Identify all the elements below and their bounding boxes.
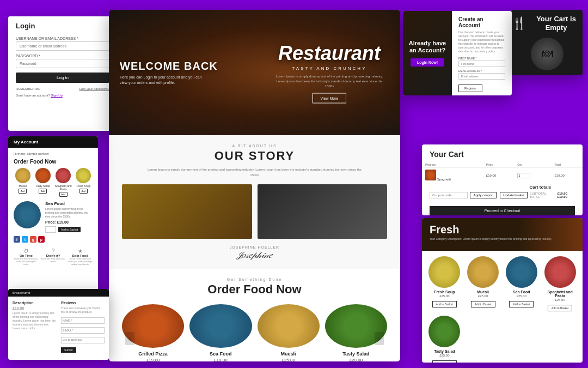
fresh-item-name: Sea Food — [505, 290, 539, 294]
first-name-label: FIRST NAME * — [458, 57, 505, 60]
product-desc: Lorem ipsum is simply dummy text of the … — [13, 311, 57, 330]
fresh-item-img — [428, 256, 460, 288]
fresh-add-basket-button[interactable]: Add to Basket — [432, 301, 457, 307]
checkout-button[interactable]: Proceed to Checkout — [430, 206, 575, 215]
cart-item-img — [425, 170, 436, 180]
review-text: There are no reviews yet. Be the first t… — [61, 306, 105, 314]
feature-icon: ⏱ — [14, 248, 39, 254]
coupon-input[interactable] — [430, 192, 468, 198]
food-img — [258, 304, 320, 348]
fork-knife-icon: 🍴 — [512, 16, 526, 31]
googleplus-icon[interactable]: g — [30, 236, 36, 243]
welcome-title: WELCOME BACK — [120, 60, 218, 73]
story-section: A BIT ABOUT US OUR STORY Lorem Ipsum is … — [109, 135, 400, 269]
facebook-icon[interactable]: f — [14, 236, 20, 243]
seafood-qty-input[interactable] — [45, 226, 56, 233]
fresh-item-price: £25.00 — [427, 294, 462, 298]
view-more-button[interactable]: View More — [313, 93, 347, 104]
seafood-add-row: Add to Basket — [45, 226, 93, 233]
hero-card: WELCOME BACK Here you can Login to your … — [109, 10, 400, 361]
fresh-item-name: Muesli — [466, 290, 500, 294]
cart-qty-input[interactable] — [517, 173, 530, 178]
mini-food-item: Spaghetti and Pasta Add — [54, 168, 72, 197]
cart-col-header: Total — [551, 162, 583, 168]
mini-food-item: Muesli Add — [14, 168, 32, 197]
signup-link[interactable]: Sign Up — [51, 94, 63, 97]
create-account-section: Create an Account Use the form below to … — [452, 11, 512, 95]
mini-food-name: Muesli — [14, 184, 32, 188]
carousel-next-button[interactable]: › — [375, 332, 384, 345]
food-card-muesli: Muesli £25.00 Add to Basket — [258, 304, 320, 361]
update-basket-button[interactable]: Update basket — [500, 192, 528, 198]
mini-add-button[interactable]: Add — [59, 192, 68, 197]
fresh-item: Tasty Salad £25.00 Add to Basket — [427, 316, 462, 363]
fresh-add-basket-button[interactable]: Add to Basket — [471, 301, 495, 307]
password-input[interactable] — [16, 59, 109, 68]
carousel-prev-button[interactable]: ‹ — [125, 332, 134, 345]
mini-add-button[interactable]: Add — [79, 189, 88, 194]
cart-white-card: Your Cart ProductPriceQtyTotal Spaghetti… — [422, 144, 583, 215]
chef-name: JOSEPHINE HOELLER — [122, 245, 387, 249]
review-name-input[interactable] — [61, 317, 105, 324]
total-label: TOTAL — [530, 195, 540, 198]
fresh-grid: Fresh Soup £25.00 Add to Basket Muesli £… — [422, 251, 583, 363]
seafood-add-basket-button[interactable]: Add to Basket — [58, 227, 81, 232]
review-text-input[interactable] — [61, 337, 105, 343]
apply-coupon-button[interactable]: Apply coupon — [470, 192, 496, 198]
story-image-1 — [122, 184, 252, 239]
mini-food-item: Fresh Soup Add — [75, 168, 93, 197]
order-label: Get Something Done — [122, 277, 387, 281]
fresh-add-basket-button[interactable]: Add to Basket — [548, 305, 572, 311]
feature-item: ★ Best Food Some of the best food when y… — [68, 248, 93, 266]
fresh-add-basket-button[interactable]: Add to Basket — [432, 360, 457, 363]
hero-section: WELCOME BACK Here you can Login to your … — [109, 10, 400, 135]
lost-password-link[interactable]: Lost your password? — [79, 87, 109, 91]
fresh-item-img — [544, 256, 576, 288]
submit-review-button[interactable]: Submit — [61, 347, 76, 353]
twitter-icon[interactable]: t — [22, 236, 28, 243]
password-label: PASSWORD * — [16, 54, 109, 58]
login-now-button[interactable]: Login Now! — [411, 58, 444, 67]
social-icons: f t g p — [14, 236, 93, 243]
review-email-input[interactable] — [61, 327, 105, 334]
cart-empty-title: Your Cart is Empty — [530, 15, 583, 32]
product-price: £19.00 — [13, 306, 57, 310]
fresh-item-name: Tasty Salad — [427, 349, 462, 353]
fresh-item: Spaghetti and Pasta £25.00 Add to Basket — [543, 256, 577, 311]
mini-food-img — [15, 168, 30, 183]
reviews-title: Reviews — [61, 301, 105, 305]
login-button[interactable]: Log in — [16, 73, 109, 83]
story-label: A BIT ABOUT US — [122, 144, 387, 148]
pinterest-icon[interactable]: p — [38, 236, 45, 243]
account-welcome: Hi there, sample person! — [14, 152, 93, 155]
first-name-input[interactable] — [458, 61, 505, 67]
fresh-add-basket-button[interactable]: Add to Basket — [509, 301, 534, 307]
seafood-info: Sea Food Lorem ipsum dummy text of the p… — [45, 201, 93, 233]
login-title: Login — [8, 16, 117, 33]
cart-coupon-area: Apply coupon Update basket — [430, 189, 528, 198]
fresh-card: Fresh Your Category Description: Lorem I… — [422, 218, 583, 363]
register-button[interactable]: Register — [458, 85, 482, 92]
food-name: Sea Food — [189, 351, 252, 357]
username-input[interactable] — [16, 41, 109, 51]
food-name: Muesli — [258, 351, 320, 357]
seafood-price: Price: £19.00 — [45, 220, 93, 224]
cart-white-title: Your Cart — [422, 144, 583, 162]
mini-add-button[interactable]: Add — [39, 189, 47, 194]
feature-desc: Enjoy the food when you order. — [41, 257, 66, 263]
mini-add-button[interactable]: Add — [19, 189, 27, 194]
login-card: Login USERNAME OR EMAIL ADDRESS * PASSWO… — [8, 16, 117, 131]
food-name: Tasty Salad — [325, 351, 387, 357]
mini-food-item: Tasty Salad Add — [34, 168, 52, 197]
email-label: EMAIL ADDRESS * — [458, 69, 505, 73]
story-title: OUR STORY — [122, 149, 387, 163]
seafood-section: Sea Food Lorem ipsum dummy text of the p… — [14, 201, 93, 233]
story-text: Lorem Ipsum is simply dummy text of the … — [146, 167, 364, 178]
fresh-item-img — [506, 256, 537, 288]
product-description-section: Description £19.00 Lorem ipsum is simply… — [13, 301, 57, 353]
mini-food-name: Spaghetti and Pasta — [54, 184, 72, 191]
already-account-text: Already have an Account? — [408, 40, 446, 54]
fresh-item: Muesli £25.00 Add to Basket — [466, 256, 500, 311]
email-input[interactable] — [458, 73, 505, 80]
feature-icon: ★ — [68, 248, 93, 254]
